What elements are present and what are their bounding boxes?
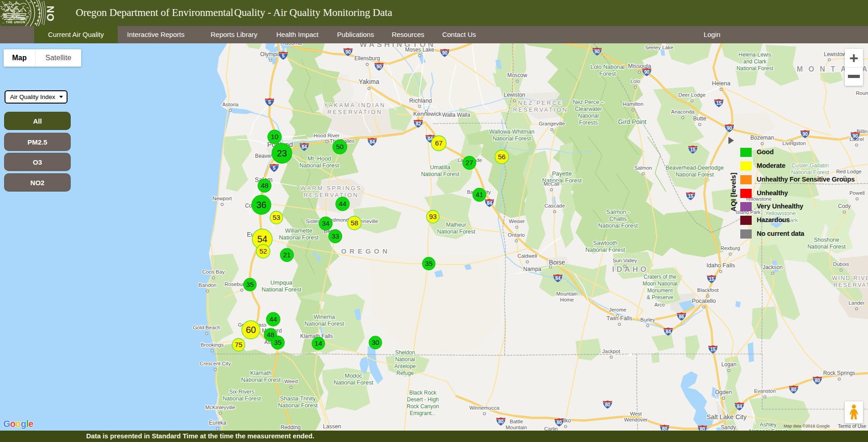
- svg-text:90: 90: [442, 50, 447, 56]
- svg-text:Emigrant...: Emigrant...: [410, 410, 436, 416]
- svg-text:Eureka: Eureka: [209, 420, 226, 426]
- svg-text:National: National: [395, 356, 415, 363]
- svg-text:Boise: Boise: [549, 259, 565, 266]
- svg-text:OREGON: OREGON: [341, 247, 391, 255]
- svg-text:27: 27: [466, 159, 473, 166]
- svg-text:15: 15: [709, 276, 714, 282]
- svg-text:Newport: Newport: [213, 196, 232, 201]
- svg-text:Blackfoot: Blackfoot: [697, 287, 719, 293]
- svg-text:WIND RIVE: WIND RIVE: [832, 275, 868, 281]
- svg-text:33: 33: [332, 232, 339, 240]
- svg-text:RESERVATION: RESERVATION: [304, 192, 359, 198]
- svg-text:National Forest: National Forest: [279, 234, 319, 241]
- svg-text:Cody: Cody: [838, 203, 851, 209]
- svg-text:McCall: McCall: [544, 181, 560, 187]
- svg-text:67: 67: [435, 139, 443, 147]
- svg-text:90: 90: [594, 49, 600, 54]
- svg-text:84: 84: [487, 200, 492, 206]
- svg-text:Klamath: Klamath: [250, 369, 271, 376]
- svg-text:44: 44: [339, 200, 347, 208]
- svg-text:Moscow: Moscow: [507, 72, 527, 78]
- svg-text:Payette: Payette: [552, 170, 572, 177]
- svg-text:Jerome: Jerome: [609, 307, 626, 312]
- svg-text:90: 90: [852, 133, 858, 139]
- svg-text:14: 14: [315, 339, 322, 347]
- svg-text:National Forest: National Forest: [421, 171, 459, 177]
- svg-text:Six Rivers: Six Rivers: [229, 389, 255, 395]
- svg-text:Rock Canyon: Rock Canyon: [406, 403, 439, 410]
- svg-text:Forests: Forests: [579, 120, 598, 126]
- svg-text:Missoula: Missoula: [628, 62, 651, 69]
- svg-text:Craters of the: Craters of the: [644, 274, 676, 280]
- svg-text:84: 84: [301, 144, 307, 150]
- svg-text:15: 15: [716, 100, 722, 106]
- svg-text:National Forest: National Forest: [241, 376, 281, 383]
- svg-text:80: 80: [815, 378, 820, 383]
- svg-text:NEZ PERCE: NEZ PERCE: [518, 100, 563, 106]
- svg-text:Ellensburg: Ellensburg: [354, 55, 380, 62]
- svg-text:Hamilton: Hamilton: [623, 101, 644, 107]
- svg-text:National Forest: National Forest: [676, 172, 714, 178]
- svg-text:Bozeman: Bozeman: [750, 135, 774, 141]
- svg-text:Caldwell: Caldwell: [517, 253, 537, 259]
- svg-text:Deer Lodge: Deer Lodge: [678, 92, 706, 98]
- svg-text:Willamette: Willamette: [285, 227, 312, 234]
- svg-text:Butte: Butte: [693, 115, 707, 122]
- svg-text:Jackson: Jackson: [763, 264, 783, 270]
- svg-text:84: 84: [737, 404, 742, 409]
- svg-text:Mt. Hood: Mt. Hood: [307, 155, 331, 162]
- svg-text:35: 35: [274, 338, 282, 346]
- svg-text:10: 10: [271, 133, 279, 140]
- svg-text:Roun: Roun: [856, 90, 868, 96]
- svg-text:Wendover: Wendover: [624, 417, 648, 422]
- svg-text:Helena-Lewis: Helena-Lewis: [738, 52, 771, 58]
- svg-text:Coos Bay: Coos Bay: [202, 269, 225, 275]
- svg-text:Refuge: Refuge: [396, 370, 414, 376]
- svg-text:Clearwater: Clearwater: [575, 106, 602, 112]
- svg-text:Redding: Redding: [281, 424, 301, 431]
- svg-text:McKinleyville: McKinleyville: [205, 405, 235, 410]
- svg-text:Richland: Richland: [409, 97, 432, 104]
- svg-text:21: 21: [283, 251, 291, 259]
- svg-text:WARM SPRINGS: WARM SPRINGS: [301, 185, 362, 192]
- svg-text:and Clark: and Clark: [743, 58, 767, 65]
- svg-text:Logan: Logan: [722, 361, 737, 368]
- svg-text:Anaconda: Anaconda: [671, 109, 695, 114]
- svg-text:80: 80: [498, 419, 504, 424]
- svg-text:Moses Lake: Moses Lake: [405, 47, 434, 53]
- svg-text:Salt Lake City: Salt Lake City: [707, 413, 747, 421]
- svg-text:& Preserve: & Preserve: [647, 294, 674, 301]
- svg-text:Home: Home: [560, 297, 574, 302]
- svg-text:Powell: Powell: [849, 190, 865, 196]
- svg-text:Desert - High: Desert - High: [407, 396, 439, 403]
- svg-text:54: 54: [257, 234, 267, 244]
- svg-text:YAKAMA INDIAN: YAKAMA INDIAN: [324, 102, 385, 109]
- svg-text:Arco: Arco: [655, 302, 665, 307]
- svg-text:Mountain: Mountain: [556, 291, 578, 296]
- svg-text:5: 5: [282, 53, 285, 58]
- svg-text:Sun Valley: Sun Valley: [613, 258, 637, 263]
- svg-text:Hood River: Hood River: [314, 133, 340, 138]
- svg-text:75: 75: [235, 341, 243, 348]
- svg-text:Brookings: Brookings: [201, 342, 224, 348]
- svg-text:15: 15: [688, 193, 693, 199]
- svg-text:15: 15: [710, 347, 716, 352]
- svg-text:Modoc: Modoc: [345, 372, 363, 379]
- svg-text:West: West: [630, 411, 642, 416]
- svg-text:Yakima: Yakima: [359, 78, 379, 85]
- svg-text:Lassen: Lassen: [323, 423, 341, 430]
- svg-text:National Forest: National Forest: [586, 246, 625, 253]
- svg-text:National Forest: National Forest: [791, 169, 829, 176]
- svg-text:RESERVAT: RESERVAT: [833, 282, 868, 288]
- svg-text:30: 30: [372, 338, 379, 346]
- svg-text:Twin Falls: Twin Falls: [607, 315, 633, 322]
- svg-text:Lolo National: Lolo National: [591, 63, 625, 70]
- svg-text:Lander: Lander: [848, 300, 865, 306]
- svg-text:Nampa: Nampa: [523, 266, 541, 272]
- svg-text:44: 44: [270, 315, 277, 323]
- svg-text:National Forest: National Forest: [223, 395, 261, 402]
- svg-text:Black Rock: Black Rock: [409, 390, 436, 396]
- svg-text:Moon National: Moon National: [643, 281, 677, 287]
- svg-text:82: 82: [416, 121, 421, 126]
- svg-text:National Forest: National Forest: [278, 402, 318, 409]
